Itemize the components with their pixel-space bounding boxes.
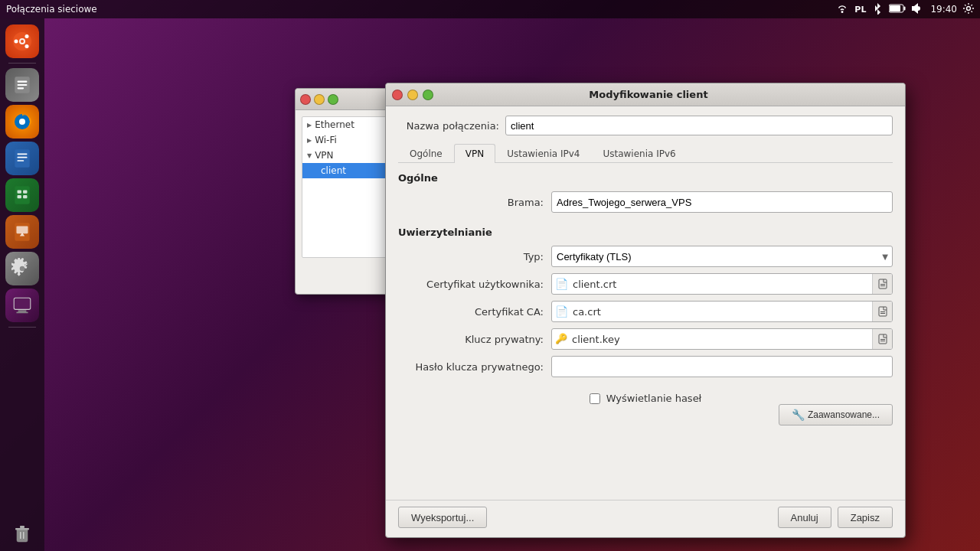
- svg-rect-24: [23, 195, 27, 198]
- vpn-dialog: Modyfikowanie client Nazwa połączenia: O…: [385, 83, 906, 538]
- launcher-icon-ubuntu[interactable]: [5, 24, 39, 58]
- svg-rect-23: [18, 195, 21, 198]
- save-btn-label: Zapisz: [851, 512, 880, 523]
- cancel-btn-label: Anuluj: [791, 512, 818, 523]
- svg-rect-19: [18, 160, 24, 161]
- section-general-header: Ogólne: [398, 172, 893, 184]
- dialog-close-btn[interactable]: [392, 90, 403, 100]
- svg-rect-43: [880, 341, 885, 341]
- user-cert-browse-btn[interactable]: [872, 274, 892, 294]
- svg-point-3: [967, 6, 971, 10]
- svg-rect-39: [880, 311, 885, 312]
- launcher-separator-2: [8, 327, 36, 328]
- type-select-wrapper: Certyfikaty (TLS) Hasło Hasło + certyfik…: [551, 246, 893, 267]
- show-passwords-checkbox[interactable]: [590, 393, 600, 404]
- battery-icon: [889, 4, 906, 15]
- save-btn[interactable]: Zapisz: [838, 507, 893, 528]
- type-select[interactable]: Certyfikaty (TLS) Hasło Hasło + certyfik…: [551, 246, 893, 267]
- ethernet-label: Ethernet: [315, 119, 354, 130]
- svg-point-6: [21, 40, 24, 43]
- dialog-min-btn[interactable]: [407, 90, 418, 100]
- tab-vpn[interactable]: VPN: [454, 144, 495, 163]
- wifi-expand-icon: ▶: [307, 137, 312, 144]
- advanced-btn[interactable]: 🔧 Zaawansowane...: [779, 404, 893, 425]
- tab-ipv4[interactable]: Ustawienia IPv4: [495, 144, 591, 163]
- volume-icon: [912, 3, 924, 16]
- ca-cert-file-icon: 📄: [552, 301, 571, 322]
- svg-rect-28: [14, 298, 31, 309]
- svg-rect-2: [890, 5, 900, 11]
- private-key-label: Klucz prywatny:: [398, 334, 551, 345]
- launcher-icon-trash[interactable]: [5, 517, 39, 551]
- clock: 19:40: [930, 4, 957, 15]
- export-btn-label: Wyeksportuj...: [411, 512, 474, 523]
- dialog-footer: Wyeksportuj... Anuluj Zapisz: [386, 500, 905, 537]
- private-key-file-icon: 🔑: [552, 328, 570, 350]
- launcher: [0, 18, 44, 551]
- private-key-filename: client.key: [570, 334, 872, 345]
- keyboard-icon: PL: [854, 5, 866, 15]
- user-cert-input-wrapper: 📄 client.crt: [551, 273, 893, 295]
- section-auth-header: Uwierzytelnianie: [398, 227, 893, 238]
- ethernet-expand-icon: ▶: [307, 122, 312, 129]
- dialog-max-btn[interactable]: [423, 90, 433, 100]
- svg-point-9: [25, 44, 29, 48]
- gateway-label: Brama:: [398, 197, 551, 208]
- export-btn[interactable]: Wyeksportuj...: [398, 507, 487, 528]
- user-cert-filename: client.crt: [571, 279, 872, 290]
- launcher-icon-impress[interactable]: [5, 215, 39, 249]
- gateway-input[interactable]: [551, 191, 893, 213]
- cancel-btn[interactable]: Anuluj: [778, 507, 831, 528]
- launcher-icon-writer[interactable]: [5, 142, 39, 175]
- svg-rect-1: [904, 6, 906, 10]
- wifi-label: Wi-Fi: [315, 135, 337, 145]
- vpn-label: VPN: [315, 150, 333, 161]
- svg-rect-17: [18, 154, 28, 155]
- svg-rect-33: [20, 532, 21, 539]
- ca-cert-label: Certyfikat CA:: [398, 306, 551, 318]
- svg-rect-31: [15, 528, 29, 530]
- vpn-expand-icon: ▼: [307, 152, 312, 159]
- connection-name-input[interactable]: [505, 116, 893, 135]
- user-cert-row: Certyfikat użytkownika: 📄 client.crt: [398, 273, 893, 295]
- launcher-icon-desktop[interactable]: [5, 289, 39, 322]
- key-password-row: Hasło klucza prywatnego:: [398, 356, 893, 377]
- svg-rect-40: [880, 313, 885, 314]
- svg-rect-37: [880, 285, 885, 286]
- network-close-btn[interactable]: [300, 94, 311, 105]
- launcher-icon-files[interactable]: [5, 68, 39, 102]
- svg-rect-13: [18, 87, 24, 89]
- topbar: Połączenia sieciowe PL: [0, 0, 980, 18]
- private-key-browse-btn[interactable]: [872, 329, 892, 349]
- advanced-row: 🔧 Zaawansowane...: [398, 404, 893, 432]
- vpn-client-label: client: [321, 165, 346, 176]
- svg-rect-42: [880, 339, 885, 340]
- topbar-settings-icon[interactable]: [963, 3, 974, 16]
- advanced-btn-label: Zaawansowane...: [808, 409, 880, 420]
- type-label: Typ:: [398, 251, 551, 262]
- show-passwords-label[interactable]: Wyświetlanie haseł: [606, 393, 702, 404]
- private-key-row: Klucz prywatny: 🔑 client.key: [398, 328, 893, 350]
- gateway-row: Brama:: [398, 191, 893, 213]
- launcher-icon-calc[interactable]: [5, 178, 39, 212]
- ca-cert-browse-btn[interactable]: [872, 302, 892, 321]
- key-password-input[interactable]: [551, 356, 893, 377]
- svg-rect-16: [15, 149, 29, 168]
- svg-rect-21: [18, 191, 21, 194]
- svg-rect-12: [18, 84, 28, 86]
- launcher-icon-settings[interactable]: [5, 252, 39, 285]
- tab-ogolne[interactable]: Ogólne: [398, 144, 454, 163]
- advanced-icon: 🔧: [792, 409, 805, 421]
- svg-rect-34: [23, 532, 24, 539]
- ca-cert-row: Certyfikat CA: 📄 ca.crt: [398, 301, 893, 322]
- network-max-btn[interactable]: [328, 94, 338, 105]
- svg-rect-36: [880, 284, 885, 285]
- launcher-icon-firefox[interactable]: [5, 105, 39, 139]
- network-min-btn[interactable]: [314, 94, 325, 105]
- svg-rect-20: [15, 186, 29, 204]
- user-cert-label: Certyfikat użytkownika:: [398, 279, 551, 290]
- dialog-body: Nazwa połączenia: Ogólne VPN Ustawienia …: [386, 106, 905, 500]
- tab-ipv6[interactable]: Ustawienia IPv6: [591, 144, 687, 163]
- type-row: Typ: Certyfikaty (TLS) Hasło Hasło + cer…: [398, 246, 893, 267]
- svg-point-7: [15, 40, 18, 44]
